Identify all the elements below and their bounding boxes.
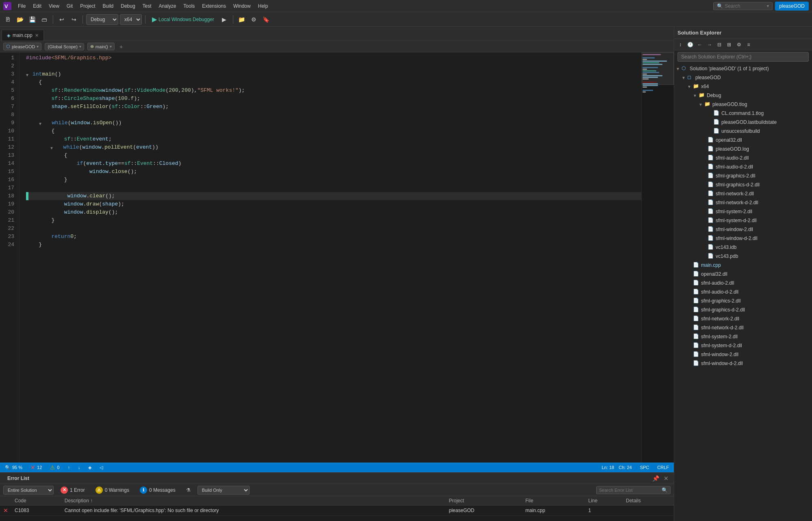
code-content[interactable]: #include <SFML/Graphics.hpp> ▼int main()… xyxy=(20,52,641,463)
menu-search-bar[interactable]: 🔍 ▾ xyxy=(713,2,773,10)
toolbar-settings-btn[interactable]: ⚙ xyxy=(249,14,259,25)
sol-layout-btn[interactable]: ⊞ xyxy=(725,40,734,49)
tree-tlog-folder[interactable]: ▼ 📁 pleaseGOD.tlog xyxy=(674,100,812,109)
toolbar-folder-btn[interactable]: 📁 xyxy=(237,14,247,25)
tree-vc143-idb[interactable]: 📄 vc143.idb xyxy=(674,243,812,252)
tree-proj-sfml-system-d[interactable]: 📄 sfml-system-d-2.dll xyxy=(674,341,812,350)
menu-build[interactable]: Build xyxy=(100,2,117,11)
tree-cl-command[interactable]: 📄 CL.command.1.tlog xyxy=(674,109,812,118)
menu-analyze[interactable]: Analyze xyxy=(156,2,180,11)
error-search-bar[interactable]: 🔍 xyxy=(596,486,671,494)
toolbar-save-btn[interactable]: 💾 xyxy=(27,14,37,25)
col-file[interactable]: File xyxy=(522,496,585,506)
status-errors[interactable]: ✕ 12 xyxy=(29,464,43,471)
code-editor[interactable]: 12345 678910 1112131415 1617181920 21222… xyxy=(0,52,674,463)
sol-split-btn[interactable]: ⊟ xyxy=(715,40,724,49)
status-nav-left[interactable]: ◁ xyxy=(98,465,104,470)
tree-proj-sfml-audio[interactable]: 📄 sfml-audio-2.dll xyxy=(674,279,812,288)
file-tab-close-btn[interactable]: ✕ xyxy=(35,33,39,38)
toolbar-bookmark-btn[interactable]: 🔖 xyxy=(261,14,271,25)
col-details[interactable]: Details xyxy=(623,496,674,506)
sol-back-btn[interactable]: ← xyxy=(695,40,704,49)
sol-more-btn[interactable]: ≡ xyxy=(744,40,753,49)
tree-sfml-audio[interactable]: 📄 sfml-audio-2.dll xyxy=(674,153,812,162)
tree-proj-sfml-audio-d[interactable]: 📄 sfml-audio-d-2.dll xyxy=(674,288,812,296)
error-panel-pin-btn[interactable]: 📌 xyxy=(651,474,660,483)
error-panel-close-btn[interactable]: ✕ xyxy=(662,474,671,483)
message-count-btn[interactable]: ℹ 0 Messages xyxy=(136,485,179,495)
tree-proj-sfml-network-d[interactable]: 📄 sfml-network-d-2.dll xyxy=(674,323,812,332)
file-tab-main-cpp[interactable]: ◈ main.cpp ✕ xyxy=(2,30,44,41)
context-function[interactable]: ⊕ main() ▾ xyxy=(87,43,115,50)
menu-file[interactable]: File xyxy=(15,2,29,11)
tree-sfml-window-d[interactable]: 📄 sfml-window-d-2.dll xyxy=(674,234,812,243)
sol-history-btn[interactable]: 🕐 xyxy=(686,40,695,49)
col-line[interactable]: Line xyxy=(585,496,623,506)
error-list-tab[interactable]: Error List xyxy=(3,474,33,483)
tree-main-cpp[interactable]: 📄 main.cpp xyxy=(674,261,812,270)
tree-sfml-window[interactable]: 📄 sfml-window-2.dll xyxy=(674,225,812,234)
tree-folder-x64[interactable]: ▼ 📁 x64 xyxy=(674,82,812,91)
tree-openal32[interactable]: 📄 openal32.dll xyxy=(674,136,812,145)
col-description[interactable]: Description ↑ xyxy=(61,496,446,506)
tree-proj-sfml-system[interactable]: 📄 sfml-system-2.dll xyxy=(674,332,812,341)
menu-project[interactable]: Project xyxy=(77,2,98,11)
status-line-ending[interactable]: CRLF xyxy=(656,465,671,470)
tree-sfml-network[interactable]: 📄 sfml-network-2.dll xyxy=(674,189,812,198)
toolbar-undo-btn[interactable]: ↩ xyxy=(56,14,67,25)
menu-help[interactable]: Help xyxy=(255,2,271,11)
status-position[interactable]: Ln: 18 Ch: 24 xyxy=(600,465,634,470)
sol-sync-btn[interactable]: ↕ xyxy=(676,40,685,49)
build-filter-select[interactable]: Build Only Build + IntelliSense xyxy=(198,486,250,495)
solution-search-bar[interactable]: Search Solution Explorer (Ctrl+;) xyxy=(677,52,809,62)
menu-tools[interactable]: Tools xyxy=(180,2,198,11)
status-nav-up[interactable]: ↑ xyxy=(66,465,72,470)
status-zoom[interactable]: 🔍 95 % xyxy=(3,465,24,470)
toolbar-redo-btn[interactable]: ↪ xyxy=(69,14,79,25)
error-count-btn[interactable]: ✕ 1 Error xyxy=(57,485,89,495)
tree-sfml-system[interactable]: 📄 sfml-system-2.dll xyxy=(674,207,812,216)
menu-test[interactable]: Test xyxy=(139,2,155,11)
col-icon[interactable] xyxy=(0,496,11,506)
warning-count-btn[interactable]: ⚠ 0 Warnings xyxy=(92,485,133,495)
tree-solution[interactable]: ▼ ⬡ Solution 'pleaseGOD' (1 of 1 project… xyxy=(674,64,812,73)
tree-proj-sfml-window-d[interactable]: 📄 sfml-window-d-2.dll xyxy=(674,359,812,368)
menu-debug[interactable]: Debug xyxy=(117,2,138,11)
tree-folder-debug[interactable]: ▼ 📁 Debug xyxy=(674,91,812,100)
menu-extensions[interactable]: Extensions xyxy=(199,2,229,11)
tree-proj-sfml-graphics[interactable]: 📄 sfml-graphics-2.dll xyxy=(674,296,812,305)
col-code[interactable]: Code xyxy=(11,496,61,506)
tree-project[interactable]: ▼ ◻ pleaseGOD xyxy=(674,73,812,82)
tree-sfml-graphics-d[interactable]: 📄 sfml-graphics-d-2.dll xyxy=(674,180,812,189)
platform-select[interactable]: x64 x86 xyxy=(120,14,142,25)
build-config-select[interactable]: Debug Release xyxy=(86,14,118,25)
tree-sfml-network-d[interactable]: 📄 sfml-network-d-2.dll xyxy=(674,198,812,207)
status-source-control[interactable]: ◈ xyxy=(87,465,93,470)
toolbar-run-no-debug-btn[interactable]: ▶ xyxy=(219,14,230,25)
status-warnings[interactable]: ⚠ 0 xyxy=(48,464,61,471)
tree-proj-sfml-window[interactable]: 📄 sfml-window-2.dll xyxy=(674,350,812,359)
context-project[interactable]: ⬡ pleaseGOD ▾ xyxy=(3,43,41,50)
tree-pleasegod-log[interactable]: 📄 pleaseGOD.log xyxy=(674,145,812,153)
menu-git[interactable]: Git xyxy=(63,2,76,11)
tree-sfml-system-d[interactable]: 📄 sfml-system-d-2.dll xyxy=(674,216,812,225)
run-debugger-btn[interactable]: ▶ Local Windows Debugger xyxy=(149,14,217,25)
sol-forward-btn[interactable]: → xyxy=(705,40,714,49)
tree-proj-sfml-graphics-d[interactable]: 📄 sfml-graphics-d-2.dll xyxy=(674,305,812,314)
status-nav-down[interactable]: ↓ xyxy=(76,465,82,470)
tree-vc143-pdb[interactable]: 📄 vc143.pdb xyxy=(674,252,812,261)
error-row-0[interactable]: ✕ C1083 Cannot open include file: 'SFML/… xyxy=(0,506,674,516)
context-add-btn[interactable]: + xyxy=(118,43,124,51)
active-window-tab[interactable]: pleaseGOD xyxy=(775,2,809,11)
toolbar-open-btn[interactable]: 📂 xyxy=(15,14,25,25)
tree-unsuccessfulbuild[interactable]: 📄 unsuccessfulbuild xyxy=(674,127,812,136)
tree-proj-sfml-network[interactable]: 📄 sfml-network-2.dll xyxy=(674,314,812,323)
context-scope[interactable]: (Global Scope) ▾ xyxy=(45,43,84,50)
menu-window[interactable]: Window xyxy=(230,2,254,11)
tree-sfml-graphics[interactable]: 📄 sfml-graphics-2.dll xyxy=(674,171,812,180)
menu-edit[interactable]: Edit xyxy=(30,2,45,11)
col-project[interactable]: Project xyxy=(446,496,522,506)
filter-icon-btn[interactable]: ⚗ xyxy=(182,486,194,494)
sol-settings-btn[interactable]: ⚙ xyxy=(734,40,743,49)
menu-view[interactable]: View xyxy=(46,2,63,11)
